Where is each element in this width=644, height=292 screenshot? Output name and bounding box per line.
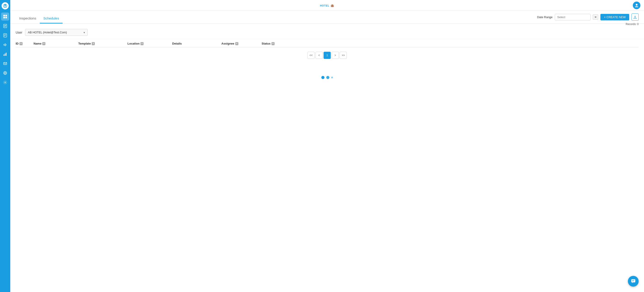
sidebar-item-grid[interactable] bbox=[1, 13, 9, 21]
svg-rect-23 bbox=[631, 279, 635, 282]
pagination-first[interactable]: << bbox=[308, 52, 314, 59]
download-button[interactable] bbox=[632, 14, 639, 21]
svg-rect-4 bbox=[3, 17, 5, 18]
create-new-button[interactable]: + CREATE NEW bbox=[600, 14, 629, 20]
page-header: Inspections Schedules Date Range ✕ + CRE… bbox=[10, 11, 644, 24]
loading-indicator bbox=[16, 62, 639, 92]
svg-point-22 bbox=[636, 4, 638, 6]
user-filter-label: User bbox=[16, 31, 22, 34]
loading-dot-3 bbox=[331, 77, 333, 78]
col-location-sort[interactable]: ▼ bbox=[140, 42, 144, 45]
sidebar-item-announcements[interactable] bbox=[1, 41, 9, 49]
sidebar bbox=[0, 0, 10, 292]
tab-inspections[interactable]: Inspections bbox=[16, 14, 40, 24]
col-status[interactable]: Status ▼ bbox=[262, 42, 295, 45]
brand-logo: HOTEL 🏨 bbox=[320, 4, 334, 7]
col-id-sort[interactable]: ▼ bbox=[20, 42, 22, 45]
pagination-next[interactable]: > bbox=[332, 52, 339, 59]
svg-rect-5 bbox=[5, 17, 7, 18]
sidebar-item-settings[interactable] bbox=[1, 78, 9, 86]
clear-date-button[interactable]: ✕ bbox=[593, 14, 598, 20]
header-controls: Date Range ✕ + CREATE NEW bbox=[537, 14, 639, 23]
pagination-prev[interactable]: < bbox=[316, 52, 323, 59]
sidebar-item-analytics[interactable] bbox=[1, 50, 9, 58]
loading-dot-2 bbox=[326, 76, 330, 79]
svg-rect-2 bbox=[3, 15, 5, 16]
pagination-current[interactable]: 1 bbox=[324, 52, 331, 59]
svg-point-20 bbox=[5, 73, 6, 73]
col-status-sort[interactable]: ▼ bbox=[272, 42, 274, 45]
svg-rect-16 bbox=[6, 53, 6, 56]
table-header: ID ▼ Name ▼ Template ▼ Location ▼ Detail… bbox=[16, 39, 639, 47]
col-template-sort[interactable]: ▼ bbox=[92, 42, 95, 45]
pagination: << < 1 > >> bbox=[16, 47, 639, 62]
col-assignee-sort[interactable]: ▼ bbox=[235, 42, 238, 45]
col-location[interactable]: Location ▼ bbox=[128, 42, 172, 45]
col-name[interactable]: Name ▼ bbox=[34, 42, 78, 45]
sidebar-item-target[interactable] bbox=[1, 69, 9, 77]
svg-rect-14 bbox=[4, 54, 4, 56]
sidebar-item-inspections[interactable] bbox=[1, 22, 9, 30]
page-content: Inspections Schedules Date Range ✕ + CRE… bbox=[10, 11, 644, 292]
user-select-wrapper[interactable]: AB HOTEL (Hotel@Test.Com) bbox=[25, 29, 88, 36]
date-range-label: Date Range bbox=[537, 16, 552, 19]
col-template[interactable]: Template ▼ bbox=[78, 42, 128, 45]
tab-schedules[interactable]: Schedules bbox=[40, 14, 62, 24]
pagination-last[interactable]: >> bbox=[340, 52, 347, 59]
col-id[interactable]: ID ▼ bbox=[16, 42, 34, 45]
tabs: Inspections Schedules bbox=[16, 14, 62, 23]
date-range-input[interactable] bbox=[555, 14, 590, 20]
loading-dot-1 bbox=[321, 76, 324, 79]
col-assignee[interactable]: Assignee ▼ bbox=[222, 42, 262, 45]
col-name-sort[interactable]: ▼ bbox=[42, 42, 46, 45]
sidebar-item-inbox[interactable] bbox=[1, 60, 9, 68]
svg-point-21 bbox=[5, 82, 6, 83]
filter-row: User AB HOTEL (Hotel@Test.Com) bbox=[10, 26, 644, 39]
col-details: Details bbox=[172, 42, 222, 45]
topbar: HOTEL 🏨 bbox=[10, 0, 644, 11]
svg-rect-3 bbox=[5, 15, 7, 16]
user-select[interactable]: AB HOTEL (Hotel@Test.Com) bbox=[25, 29, 88, 36]
svg-rect-15 bbox=[5, 54, 5, 56]
chat-button[interactable] bbox=[628, 276, 639, 287]
user-avatar[interactable] bbox=[633, 2, 640, 9]
main-content: HOTEL 🏨 Inspections Schedules bbox=[10, 0, 644, 292]
sidebar-logo[interactable] bbox=[2, 2, 9, 10]
table-area: ID ▼ Name ▼ Template ▼ Location ▼ Detail… bbox=[10, 39, 644, 292]
sidebar-item-reports[interactable] bbox=[1, 31, 9, 39]
